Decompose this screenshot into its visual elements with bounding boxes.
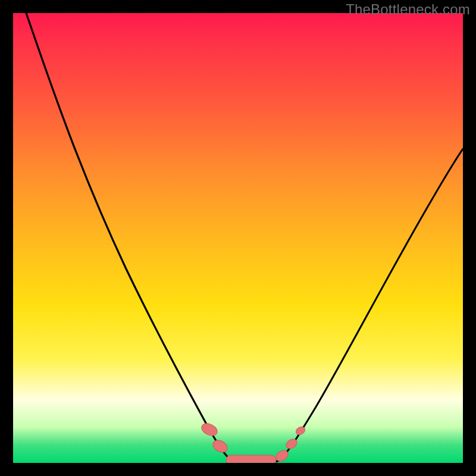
marker-capsule — [226, 455, 276, 463]
outer-frame: TheBottleneck.com — [0, 0, 476, 476]
right-curve — [278, 149, 463, 461]
marker-bead — [211, 438, 230, 455]
plot-area — [13, 13, 463, 463]
marker-group — [199, 421, 306, 463]
left-curve — [26, 13, 229, 458]
curve-layer — [13, 13, 463, 463]
marker-bead — [199, 421, 219, 438]
watermark-text: TheBottleneck.com — [346, 1, 470, 18]
